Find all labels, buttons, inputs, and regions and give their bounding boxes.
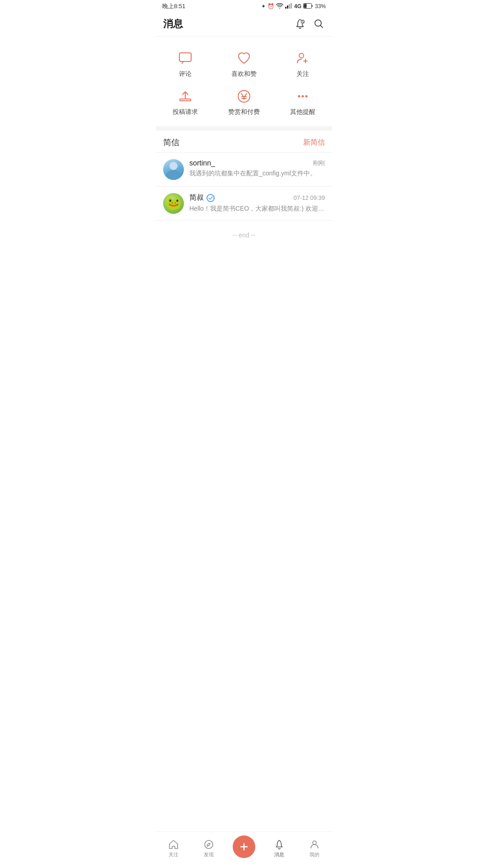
svg-point-14 bbox=[302, 95, 304, 98]
follow-icon bbox=[296, 51, 310, 66]
upload-icon bbox=[178, 89, 192, 104]
message-item[interactable]: sortinn_ 刚刚 我遇到的坑都集中在配置_config.yml文件中。 bbox=[156, 153, 332, 187]
svg-rect-11 bbox=[180, 99, 191, 101]
battery-icon bbox=[303, 3, 313, 10]
notif-reward[interactable]: 赞赏和付费 bbox=[215, 84, 273, 122]
status-bar: 晚上8:51 ✦ ⏰ 4G bbox=[156, 0, 332, 13]
message-content: sortinn_ 刚刚 我遇到的坑都集中在配置_config.yml文件中。 bbox=[189, 159, 325, 178]
section-divider bbox=[156, 126, 332, 131]
jianxin-header: 简信 新简信 bbox=[156, 131, 332, 152]
likes-label: 喜欢和赞 bbox=[231, 70, 257, 78]
svg-point-13 bbox=[298, 95, 300, 98]
svg-rect-5 bbox=[304, 4, 306, 8]
message-time: 07-12 09:39 bbox=[294, 194, 325, 201]
message-list: sortinn_ 刚刚 我遇到的坑都集中在配置_config.yml文件中。 简… bbox=[156, 152, 332, 221]
svg-rect-2 bbox=[289, 4, 290, 9]
new-message-button[interactable]: 新简信 bbox=[303, 138, 325, 147]
notification-settings-button[interactable] bbox=[294, 18, 306, 30]
svg-rect-9 bbox=[179, 53, 191, 61]
message-username: 简叔 bbox=[189, 193, 204, 203]
notif-likes[interactable]: 喜欢和赞 bbox=[215, 46, 273, 84]
submit-label: 投稿请求 bbox=[173, 108, 198, 116]
notification-grid: 评论 喜欢和赞 关注 投稿请求 赞赏和付费 bbox=[156, 37, 332, 126]
message-item[interactable]: 简叔 07-12 09:39 Hello！我是简书CEO，大家都叫我简叔:) 欢… bbox=[156, 187, 332, 221]
wifi-icon bbox=[276, 3, 283, 10]
bluetooth-icon: ✦ bbox=[261, 3, 266, 9]
comment-icon bbox=[178, 51, 192, 66]
header-actions bbox=[294, 18, 325, 30]
message-content: 简叔 07-12 09:39 Hello！我是简书CEO，大家都叫我简叔:) 欢… bbox=[189, 193, 325, 213]
battery-percent: 33% bbox=[315, 3, 326, 9]
notif-submit[interactable]: 投稿请求 bbox=[156, 84, 215, 122]
svg-rect-0 bbox=[285, 7, 286, 9]
message-preview: Hello！我是简书CEO，大家都叫我简叔:) 欢迎你的到来，成… bbox=[189, 205, 325, 213]
alarm-icon: ⏰ bbox=[267, 3, 274, 9]
verified-badge bbox=[206, 194, 215, 202]
yuan-icon bbox=[237, 89, 251, 104]
message-username: sortinn_ bbox=[189, 159, 215, 167]
end-marker: -- end -- bbox=[156, 221, 332, 248]
status-time: 晚上8:51 bbox=[162, 2, 185, 10]
status-icons: ✦ ⏰ 4G 33% bbox=[261, 3, 326, 10]
search-button[interactable] bbox=[313, 18, 325, 30]
message-time: 刚刚 bbox=[313, 159, 325, 167]
message-name-row: 简叔 bbox=[189, 193, 215, 203]
page-title: 消息 bbox=[163, 17, 183, 31]
reward-label: 赞赏和付费 bbox=[228, 108, 260, 116]
message-header: sortinn_ 刚刚 bbox=[189, 159, 325, 167]
svg-point-15 bbox=[305, 95, 308, 98]
comment-label: 评论 bbox=[179, 70, 192, 78]
message-name-row: sortinn_ bbox=[189, 159, 215, 167]
notif-comment[interactable]: 评论 bbox=[156, 46, 215, 84]
other-label: 其他提醒 bbox=[290, 108, 315, 116]
signal-icon bbox=[285, 3, 292, 10]
avatar bbox=[163, 159, 184, 180]
network-type: 4G bbox=[294, 3, 301, 9]
follow-label: 关注 bbox=[296, 70, 309, 78]
svg-rect-1 bbox=[287, 5, 288, 9]
notif-follow[interactable]: 关注 bbox=[273, 46, 332, 84]
message-header: 简叔 07-12 09:39 bbox=[189, 193, 325, 203]
page-header: 消息 bbox=[156, 13, 332, 37]
more-icon bbox=[296, 89, 310, 104]
heart-icon bbox=[237, 51, 251, 66]
notif-other[interactable]: 其他提醒 bbox=[273, 84, 332, 122]
jianxin-title: 简信 bbox=[163, 137, 179, 148]
svg-point-10 bbox=[299, 53, 304, 58]
message-preview: 我遇到的坑都集中在配置_config.yml文件中。 bbox=[189, 170, 325, 178]
avatar bbox=[163, 193, 184, 214]
svg-rect-3 bbox=[291, 3, 292, 9]
